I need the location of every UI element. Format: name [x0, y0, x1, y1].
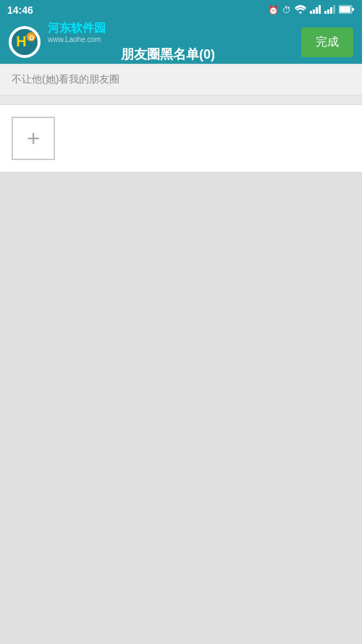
app-logo: H D [9, 26, 41, 58]
plus-icon: + [27, 127, 41, 150]
page-title: 朋友圈黑名单(0) [48, 46, 288, 63]
svg-text:H: H [16, 33, 26, 49]
signal-icon [310, 5, 321, 16]
add-contact-section: + [0, 104, 362, 172]
svg-rect-7 [333, 5, 335, 14]
svg-rect-3 [319, 5, 321, 14]
svg-rect-4 [324, 11, 327, 14]
svg-rect-10 [352, 8, 354, 11]
wifi-icon [295, 5, 306, 16]
done-button[interactable]: 完成 [301, 28, 353, 57]
svg-rect-6 [330, 7, 332, 14]
svg-rect-0 [310, 11, 312, 14]
svg-rect-9 [340, 7, 350, 12]
signal2-icon [324, 5, 335, 16]
status-time: 14:46 [7, 4, 33, 16]
svg-rect-1 [313, 9, 315, 14]
header: H D 河东软件园 www.Laohe.com 朋友圈黑名单(0) 完成 [0, 20, 362, 64]
status-bar: 14:46 ⏰ ⏱ [0, 0, 362, 20]
section-label: 不让他(她)看我的朋友圈 [0, 64, 362, 96]
add-contact-button[interactable]: + [12, 117, 55, 160]
svg-text:D: D [29, 33, 34, 41]
site-name: 河东软件园 [48, 21, 288, 35]
svg-rect-5 [327, 9, 329, 14]
empty-content-area [0, 172, 362, 644]
status-icons: ⏰ ⏱ [268, 5, 355, 16]
battery-icon [339, 5, 355, 16]
site-url: www.Laohe.com [48, 35, 288, 44]
section-label-text: 不让他(她)看我的朋友圈 [12, 73, 119, 85]
clock-icon: ⏰ [268, 5, 279, 15]
alarm-icon: ⏱ [282, 5, 291, 15]
svg-rect-2 [316, 7, 318, 14]
